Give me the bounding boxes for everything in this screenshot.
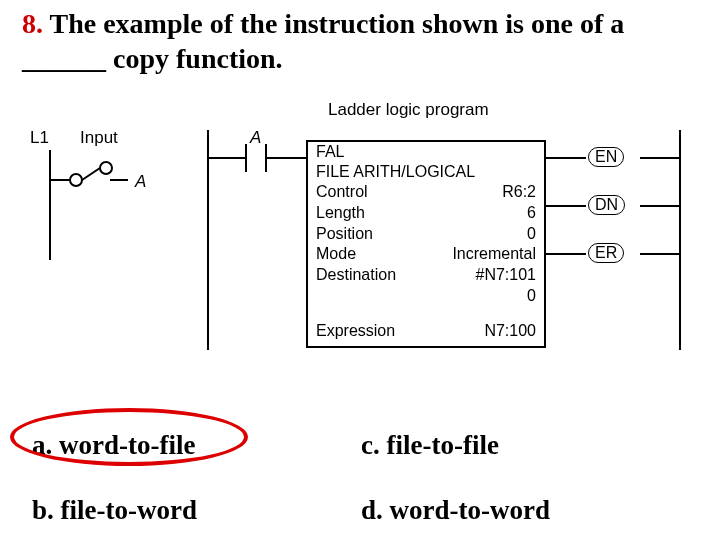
en-output: EN xyxy=(588,147,624,167)
rail-left-label: L1 xyxy=(30,128,49,148)
fal-expression-value: N7:100 xyxy=(484,321,536,342)
question-body-1: The example of the instruction shown is … xyxy=(43,8,624,39)
question-text: 8. The example of the instruction shown … xyxy=(22,6,702,76)
fal-row-label: Destination xyxy=(316,265,396,286)
diagram-title: Ladder logic program xyxy=(328,100,489,120)
fal-row-value: #N7:101 xyxy=(476,265,537,286)
option-a[interactable]: a. word-to-file xyxy=(32,420,359,483)
fal-row-label: Control xyxy=(316,182,368,203)
fal-row-value: 6 xyxy=(527,203,536,224)
fal-row-label: Mode xyxy=(316,244,356,265)
svg-point-2 xyxy=(70,174,82,186)
option-b[interactable]: b. file-to-word xyxy=(32,485,359,540)
fal-row-label: Length xyxy=(316,203,365,224)
fal-abbr: FAL xyxy=(308,142,544,162)
switch-label: A xyxy=(135,172,146,192)
question-number: 8. xyxy=(22,8,43,39)
fal-instruction-box: FAL FILE ARITH/LOGICAL ControlR6:2 Lengt… xyxy=(306,140,546,348)
svg-line-3 xyxy=(82,168,100,180)
answer-options: a. word-to-file c. file-to-file b. file-… xyxy=(30,418,690,540)
question-blank: ______ xyxy=(22,43,106,74)
er-output: ER xyxy=(588,243,624,263)
svg-point-4 xyxy=(100,162,112,174)
fal-row-value: Incremental xyxy=(452,244,536,265)
option-c[interactable]: c. file-to-file xyxy=(361,420,688,483)
fal-title: FILE ARITH/LOGICAL xyxy=(308,162,544,182)
dn-output: DN xyxy=(588,195,625,215)
fal-dest-extra: 0 xyxy=(527,286,536,307)
fal-row-value: 0 xyxy=(527,224,536,245)
contact-label: A xyxy=(250,128,261,148)
input-label: Input xyxy=(80,128,118,148)
fal-expression-label: Expression xyxy=(316,321,395,342)
fal-row-value: R6:2 xyxy=(502,182,536,203)
option-d[interactable]: d. word-to-word xyxy=(361,485,688,540)
fal-row-label: Position xyxy=(316,224,373,245)
question-body-2: copy function. xyxy=(106,43,283,74)
